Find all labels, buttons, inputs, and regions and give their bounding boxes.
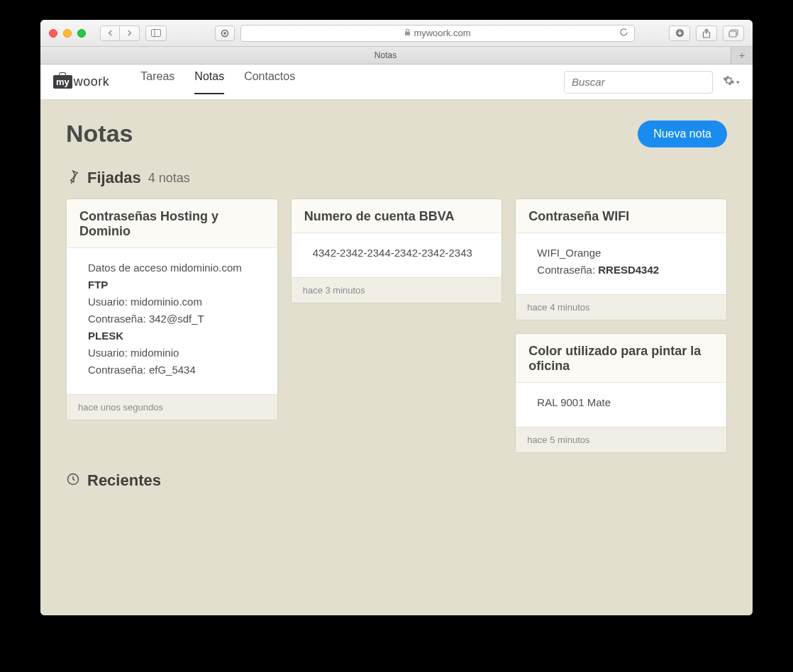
browser-toolbar: mywoork.com [40,20,753,47]
lock-icon [404,28,411,38]
traffic-lights [49,29,86,38]
clock-icon [66,472,80,489]
logo-text: woork [74,74,110,89]
nav-link-contactos[interactable]: Contactos [244,70,295,94]
address-bar[interactable]: mywoork.com [240,25,635,42]
note-body: 4342-2342-2344-2342-2342-2343 [292,233,502,277]
zoom-window-button[interactable] [77,29,86,38]
settings-menu[interactable]: ▾ [723,74,740,90]
tab-title: Notas [375,50,396,60]
share-button[interactable] [696,26,717,41]
note-title: Contraseña WIFI [516,199,726,233]
downloads-button[interactable] [669,26,690,41]
note-card[interactable]: Numero de cuenta BBVA4342-2342-2344-2342… [291,198,503,303]
nav-buttons [100,26,140,41]
svg-rect-0 [152,30,161,37]
note-body: WIFI_OrangeContraseña: RRESD4342 [516,233,726,294]
logo-mark: my [53,75,72,89]
note-timestamp: hace 3 minutos [292,277,502,303]
note-title: Contraseñas Hosting y Dominio [67,199,277,248]
pinned-title: Fijadas [87,169,141,187]
svg-point-3 [223,32,226,35]
app-header: my woork TareasNotasContactos ▾ [40,65,753,100]
browser-window: mywoork.com Notas + [40,20,753,615]
note-body: RAL 9001 Mate [516,383,726,427]
reader-button[interactable] [215,26,235,41]
logo[interactable]: my woork [53,74,109,89]
note-timestamp: hace 5 minutos [516,427,726,452]
sidebar-toggle-button[interactable] [145,26,167,41]
minimize-window-button[interactable] [63,29,72,38]
nav-links: TareasNotasContactos [140,70,295,94]
recent-title: Recientes [87,471,161,490]
forward-button[interactable] [120,26,140,41]
note-timestamp: hace 4 minutos [516,294,726,320]
new-tab-button[interactable]: + [731,47,753,64]
nav-link-notas[interactable]: Notas [194,70,224,94]
reload-icon[interactable] [619,28,628,39]
pinned-count: 4 notas [148,171,190,186]
note-title: Color utilizado para pintar la oficina [516,334,726,383]
tab-bar: Notas + [40,47,753,65]
note-title: Numero de cuenta BBVA [292,199,502,233]
svg-rect-8 [729,31,736,37]
new-note-button[interactable]: Nueva nota [638,121,727,147]
url-text: mywoork.com [414,28,470,38]
browser-tab[interactable]: Notas [40,47,731,64]
notes-grid: Contraseñas Hosting y DominioDatos de ac… [66,198,727,453]
note-timestamp: hace unos segundos [67,394,277,420]
close-window-button[interactable] [49,29,57,38]
nav-link-tareas[interactable]: Tareas [140,70,174,94]
svg-rect-4 [405,32,410,36]
back-button[interactable] [100,26,120,41]
pinned-section-header: Fijadas 4 notas [66,169,727,187]
page-content: Notas Nueva nota Fijadas 4 notas Contras… [40,100,753,615]
chevron-down-icon: ▾ [736,79,740,86]
recent-section-header: Recientes [66,471,727,490]
pin-icon [66,169,80,186]
note-card[interactable]: Contraseñas Hosting y DominioDatos de ac… [66,198,278,420]
search-input[interactable] [564,71,713,94]
page-title: Notas [66,120,133,147]
note-card[interactable]: Color utilizado para pintar la oficinaRA… [515,333,727,453]
note-card[interactable]: Contraseña WIFIWIFI_OrangeContraseña: RR… [515,198,727,320]
gear-icon [723,74,735,90]
tabs-button[interactable] [723,26,744,41]
note-body: Datos de acceso midominio.comFTPUsuario:… [67,248,277,394]
